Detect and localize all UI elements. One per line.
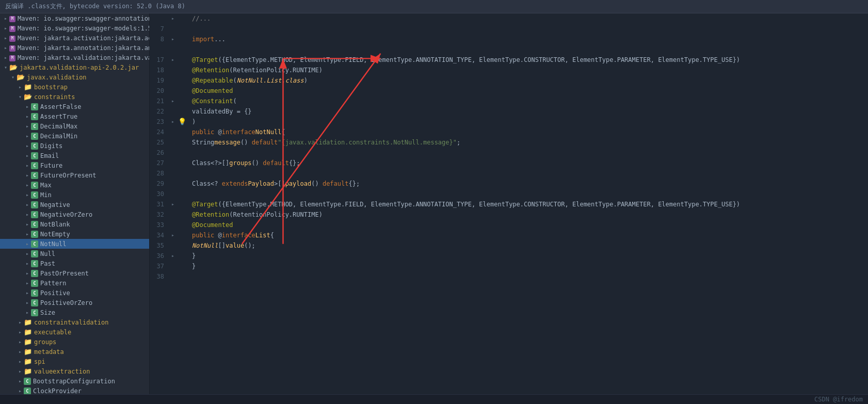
tree-arrow[interactable]: ▸	[24, 300, 31, 305]
tree-arrow[interactable]: ▸	[24, 310, 31, 315]
tree-arrow[interactable]: ▸	[24, 182, 31, 188]
tree-arrow[interactable]: ▸	[17, 349, 24, 354]
sidebar-item-Negative[interactable]: ▸CNegative	[0, 200, 149, 209]
sidebar-item-PositiveOrZero[interactable]: ▸CPositiveOrZero	[0, 298, 149, 308]
sidebar-item-maven-swagger-models[interactable]: ▸MMaven: io.swagger:swagger-models:1.5.	[0, 23, 149, 33]
sidebar-item-DecimalMin[interactable]: ▸CDecimalMin	[0, 131, 149, 141]
sidebar-item-javax-validation[interactable]: ▾📂javax.validation	[0, 72, 149, 82]
sidebar-item-Past[interactable]: ▸CPast	[0, 258, 149, 268]
sidebar-item-label: Past	[40, 260, 55, 267]
tree-arrow[interactable]: ▸	[24, 153, 31, 158]
sidebar-item-Email[interactable]: ▸CEmail	[0, 151, 149, 160]
sidebar-item-Null[interactable]: ▸CNull	[0, 249, 149, 258]
sidebar-item-constraints[interactable]: ▾📂constraints	[0, 92, 149, 102]
tree-arrow[interactable]: ▸	[2, 45, 9, 51]
fold-indicator[interactable]: ▸	[168, 230, 178, 240]
tree-arrow[interactable]: ▸	[24, 163, 31, 168]
fold-gutter[interactable]: ▸▸▸▸▸▸▸▸	[168, 13, 178, 394]
tree-arrow[interactable]: ▸	[17, 319, 24, 325]
tree-arrow[interactable]: ▸	[17, 368, 24, 374]
code-editor[interactable]: //... import ... @Target({ElementType.ME…	[187, 13, 868, 394]
sidebar-item-PastOrPresent[interactable]: ▸CPastOrPresent	[0, 268, 149, 278]
sidebar-item-executable[interactable]: ▸📁executable	[0, 327, 149, 337]
sidebar-item-maven-jakarta-annotation-ann[interactable]: ▸MMaven: jakarta.annotation:jakarta.ann	[0, 43, 149, 53]
sidebar-item-constraintvalidation[interactable]: ▸📁constraintvalidation	[0, 317, 149, 327]
tree-arrow[interactable]: ▸	[24, 261, 31, 266]
sidebar-item-jakarta-validation-api-jar[interactable]: ▾📂jakarta.validation-api-2.0.2.jar	[0, 62, 149, 72]
tree-arrow[interactable]: ▸	[24, 172, 31, 178]
sidebar-item-Digits[interactable]: ▸CDigits	[0, 141, 149, 151]
tree-arrow[interactable]: ▸	[24, 192, 31, 198]
code-line	[192, 271, 863, 282]
tree-arrow[interactable]: ▸	[24, 104, 31, 109]
fold-indicator[interactable]: ▸	[168, 55, 178, 65]
fold-indicator[interactable]: ▸	[168, 117, 178, 127]
fold-indicator	[168, 75, 178, 86]
sidebar-item-BootstrapConfiguration[interactable]: ▸CBootstrapConfiguration	[0, 376, 149, 386]
tree-arrow[interactable]: ▸	[17, 378, 24, 384]
sidebar-item-Size[interactable]: ▸CSize	[0, 308, 149, 317]
sidebar-item-Pattern[interactable]: ▸CPattern	[0, 278, 149, 288]
class-icon: C	[31, 103, 38, 110]
tree-arrow[interactable]: ▸	[24, 231, 31, 237]
tree-arrow[interactable]: ▸	[24, 143, 31, 149]
tree-arrow[interactable]: ▾	[2, 64, 9, 70]
tree-arrow[interactable]: ▾	[17, 94, 24, 100]
tree-arrow[interactable]: ▸	[17, 339, 24, 345]
fold-indicator	[168, 179, 178, 189]
sidebar-item-maven-jakarta-validation-val[interactable]: ▸MMaven: jakarta.validation:jakarta.val	[0, 53, 149, 62]
sidebar-item-NotBlank[interactable]: ▸CNotBlank	[0, 219, 149, 229]
tree-arrow[interactable]: ▸	[2, 35, 9, 41]
tree-arrow[interactable]: ▸	[17, 359, 24, 364]
sidebar-item-bootstrap[interactable]: ▸📁bootstrap	[0, 82, 149, 92]
line-number: 38	[150, 271, 164, 282]
sidebar-item-DecimalMax[interactable]: ▸CDecimalMax	[0, 121, 149, 131]
tree-arrow[interactable]: ▸	[2, 15, 9, 21]
sidebar-item-maven-jakarta-activation-act[interactable]: ▸MMaven: jakarta.activation:jakarta.act	[0, 33, 149, 43]
tree-arrow[interactable]: ▸	[2, 55, 9, 60]
tree-arrow[interactable]: ▸	[24, 114, 31, 119]
tree-arrow[interactable]: ▸	[24, 270, 31, 276]
fold-indicator[interactable]: ▸	[168, 34, 178, 44]
sidebar-item-Positive[interactable]: ▸CPositive	[0, 288, 149, 298]
fold-indicator[interactable]: ▸	[168, 96, 178, 106]
sidebar-item-ClockProvider[interactable]: ▸CClockProvider	[0, 386, 149, 394]
tree-arrow[interactable]: ▾	[9, 74, 17, 80]
sidebar-item-Future[interactable]: ▸CFuture	[0, 160, 149, 170]
tree-arrow[interactable]: ▸	[24, 280, 31, 286]
fold-indicator[interactable]: ▸	[168, 13, 178, 24]
tree-arrow[interactable]: ▸	[24, 221, 31, 227]
fold-indicator[interactable]: ▸	[168, 199, 178, 209]
tree-arrow[interactable]: ▸	[24, 133, 31, 139]
sidebar[interactable]: ▸MMaven: io.swagger:swagger-annotations▸…	[0, 13, 150, 394]
sidebar-item-AssertFalse[interactable]: ▸CAssertFalse	[0, 102, 149, 111]
tree-arrow[interactable]: ▸	[24, 123, 31, 129]
gutter-icon	[178, 24, 187, 34]
sidebar-item-FutureOrPresent[interactable]: ▸CFutureOrPresent	[0, 170, 149, 180]
sidebar-item-Min[interactable]: ▸CMin	[0, 190, 149, 200]
sidebar-item-AssertTrue[interactable]: ▸CAssertTrue	[0, 111, 149, 121]
sidebar-item-label: Email	[40, 152, 59, 159]
fold-indicator	[168, 209, 178, 220]
sidebar-item-valueextraction[interactable]: ▸📁valueextraction	[0, 366, 149, 376]
tree-arrow[interactable]: ▸	[24, 212, 31, 217]
tree-arrow[interactable]: ▸	[2, 25, 9, 31]
tree-arrow[interactable]: ▸	[17, 84, 24, 90]
tree-arrow[interactable]: ▸	[24, 290, 31, 296]
sidebar-item-label: Future	[40, 162, 62, 169]
sidebar-item-NotNull[interactable]: ▸CNotNull	[0, 239, 149, 249]
tree-arrow[interactable]: ▸	[24, 251, 31, 256]
sidebar-item-spi[interactable]: ▸📁spi	[0, 357, 149, 366]
sidebar-item-NegativeOrZero[interactable]: ▸CNegativeOrZero	[0, 209, 149, 219]
gutter-icon	[178, 199, 187, 209]
fold-indicator[interactable]: ▸	[168, 251, 178, 261]
tree-arrow[interactable]: ▸	[24, 241, 31, 247]
tree-arrow[interactable]: ▸	[24, 202, 31, 207]
tree-arrow[interactable]: ▸	[17, 388, 24, 394]
tree-arrow[interactable]: ▸	[17, 329, 24, 335]
sidebar-item-Max[interactable]: ▸CMax	[0, 180, 149, 190]
sidebar-item-maven-swagger-annotations[interactable]: ▸MMaven: io.swagger:swagger-annotations	[0, 13, 149, 23]
sidebar-item-groups[interactable]: ▸📁groups	[0, 337, 149, 347]
sidebar-item-metadata[interactable]: ▸📁metadata	[0, 347, 149, 357]
sidebar-item-NotEmpty[interactable]: ▸CNotEmpty	[0, 229, 149, 239]
